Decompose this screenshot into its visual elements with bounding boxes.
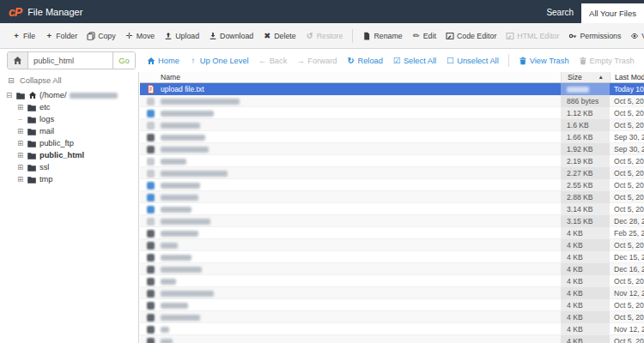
expand-node-icon[interactable]: ⊞ [16,128,24,135]
search-scope-dropdown[interactable]: All Your Files [581,3,644,23]
expand-node-icon[interactable]: ⊞ [16,164,24,172]
tree-item--home-[interactable]: ⊟(/home/ [0,89,138,101]
redacted-file-icon [147,230,155,238]
column-icon-header[interactable] [140,72,161,82]
table-row[interactable]: 1.6 KBOct 5, 2016 [140,119,644,131]
tree-item-mail[interactable]: ⊞mail [0,125,138,137]
expand-node-icon[interactable]: ⊞ [16,152,24,159]
search-button[interactable]: Search [546,8,574,17]
tree-item-label: etc [39,103,50,111]
rename-icon [362,32,371,40]
collapse-all-button[interactable]: ⊟ Collapse All [0,72,138,89]
expand-node-icon[interactable]: ⊞ [16,176,24,184]
column-size-label: Size [568,73,582,81]
nav-label: View Trash [530,57,569,65]
table-row[interactable]: 3.14 KBOct 5, 2016 [140,203,644,215]
tree-item-label: tmp [39,175,53,184]
forward-icon: → [296,57,305,65]
table-row[interactable]: upload file.txtToday 10:13 [140,83,644,95]
column-name-header[interactable]: Name [161,72,561,82]
file-size-cell: 886 bytes [561,95,610,107]
table-row[interactable]: 4 KBNov 12, 201 [140,323,644,335]
file-size-cell: 3.15 KB [561,215,610,227]
collapse-node-icon[interactable]: ⊟ [5,92,13,99]
table-row[interactable]: 1.92 KBSep 30, 201 [140,143,644,155]
table-row[interactable]: 1.66 KBSep 30, 201 [140,131,644,143]
tree-item-logs[interactable]: –logs [0,113,138,125]
toolbar-view[interactable]: View [628,32,644,40]
table-row[interactable]: 1.12 KBOct 5, 2016 [140,107,644,119]
expand-node-icon[interactable]: ⊞ [16,140,24,147]
nav-select-all[interactable]: ☑Select All [392,57,436,65]
file-type-cell [140,239,161,251]
table-row[interactable]: 4 KBOct 5, 2016 [140,239,644,251]
toolbar-restore: ↺Restore [303,32,346,40]
redacted-file-icon [147,206,155,214]
trash-icon [519,57,527,65]
nav-unselect-all[interactable]: ☐Unselect All [446,57,499,65]
folder-icon [27,163,37,172]
nav-view-trash[interactable]: View Trash [519,57,569,65]
toolbar-label: File [23,32,35,40]
table-row[interactable]: 886 bytesOct 5, 2016 [140,95,644,107]
table-row[interactable]: 4 KBNov 12, 201 [140,287,644,299]
table-row[interactable]: 4 KBDec 16, 201 [140,263,644,275]
nav-up-one-level[interactable]: ↑Up One Level [189,57,249,65]
column-size-header[interactable]: Size▲ [561,72,610,82]
nav-label: Unselect All [457,57,499,65]
file-name-cell [161,263,561,275]
toolbar-download[interactable]: Download [206,32,256,40]
redacted-file-name [161,255,191,261]
toolbar-rename[interactable]: Rename [360,32,404,40]
redacted-file-icon [147,122,155,129]
tree-item-etc[interactable]: ⊞etc [0,101,138,113]
path-input[interactable] [28,52,112,69]
toolbar-edit[interactable]: ✏Edit [410,32,439,40]
table-row[interactable]: 2.27 KBOct 5, 2016 [140,167,644,179]
redacted-file-icon [147,218,155,226]
app-title: File Manager [27,7,82,17]
toolbar-upload[interactable]: Upload [161,32,202,40]
table-row[interactable]: 3.15 KBDec 28, 201 [140,215,644,227]
redacted-file-icon [147,98,155,105]
toolbar-code-editor[interactable]: Code Editor [443,32,499,40]
file-name-cell [161,323,561,335]
table-row[interactable]: 2.88 KBOct 5, 2016 [140,191,644,203]
tree-item-ssl[interactable]: ⊞ssl [0,161,138,173]
toolbar-copy[interactable]: Copy [84,32,118,40]
tree-item-tmp[interactable]: ⊞tmp [0,173,138,185]
toolbar-label: Edit [423,32,436,40]
table-row[interactable]: 4 KBFeb 25, 201 [140,227,644,239]
toolbar-label: HTML Editor [517,32,559,40]
table-row[interactable]: 4 KBOct 5, 2016 [140,299,644,311]
expand-node-icon[interactable]: ⊞ [16,104,24,111]
nav-home[interactable]: Home [147,57,179,65]
toolbar-permissions[interactable]: Permissions [566,32,623,40]
column-modified-label: Last Modified [615,73,644,81]
column-modified-header[interactable]: Last Modified [610,72,644,82]
nav-reload[interactable]: ↻Reload [346,57,382,65]
redacted-file-name [161,315,200,321]
toolbar-delete[interactable]: ✖Delete [260,32,298,40]
go-button[interactable]: Go [112,52,135,69]
table-row[interactable]: 4 KBOct 5, 2016 [140,335,644,343]
toolbar-file[interactable]: +File [9,32,38,40]
move-icon: ✛ [125,32,134,40]
toolbar-label: Code Editor [457,32,496,40]
file-name-cell [161,155,561,167]
table-row[interactable]: 4 KBOct 5, 2016 [140,311,644,323]
redacted-file-icon [147,134,155,141]
table-row[interactable]: 2.19 KBOct 5, 2016 [140,155,644,167]
file-name-cell [161,191,561,203]
table-row[interactable]: 4 KBDec 15, 201 [140,251,644,263]
path-bar: Go Home↑Up One Level←Back→Forward↻Reload… [0,49,644,72]
table-row[interactable]: 2.55 KBOct 5, 2016 [140,179,644,191]
redacted-file-icon [147,338,155,343]
tree-item-public-html[interactable]: ⊞public_html [0,149,138,161]
table-row[interactable]: 4 KBOct 5, 2016 [140,275,644,287]
toolbar-folder[interactable]: +Folder [42,32,80,40]
trash-icon [579,57,587,65]
redacted-file-icon [147,182,155,190]
tree-item-public-ftp[interactable]: ⊞public_ftp [0,137,138,149]
toolbar-move[interactable]: ✛Move [123,32,158,40]
